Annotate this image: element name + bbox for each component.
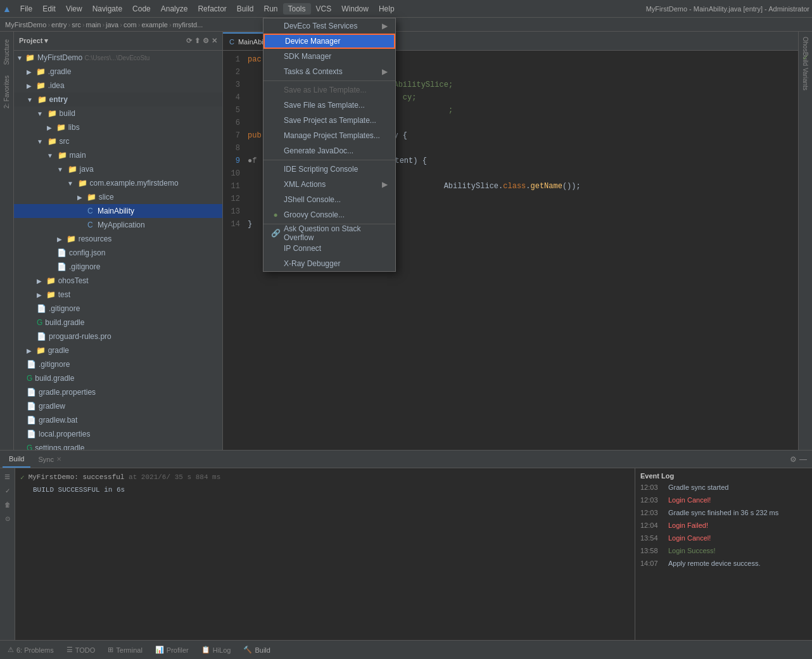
tree-local-props[interactable]: 📄local.properties bbox=[14, 427, 222, 441]
javadoc-label: Generate JavaDoc... bbox=[284, 146, 353, 155]
settings-icon[interactable]: ⚙ bbox=[203, 37, 209, 45]
hilog-tab[interactable]: 📋 HiLog bbox=[196, 644, 236, 655]
build-btn-2[interactable]: ✓ bbox=[2, 485, 13, 496]
tree-libs[interactable]: ▶ 📁 libs bbox=[14, 120, 222, 134]
menu-stack-overflow[interactable]: 🔗 Ask Question on Stack Overflow bbox=[263, 226, 395, 241]
event-log-title: Event Log bbox=[638, 471, 809, 482]
build-output: ✓ MyFirstDemo: successful at 2021/6/ 35 … bbox=[15, 468, 635, 640]
tasks-label: Tasks & Contexts bbox=[284, 67, 343, 76]
breadcrumb-part3[interactable]: src bbox=[72, 21, 81, 29]
favorites-tab[interactable]: 2: Favorites bbox=[2, 70, 11, 113]
profiler-tab[interactable]: 📊 Profiler bbox=[150, 644, 194, 655]
menu-vcs[interactable]: VCS bbox=[311, 3, 337, 15]
breadcrumb-part7[interactable]: example bbox=[141, 21, 168, 29]
build-label: Build bbox=[255, 646, 270, 654]
menu-generate-javadoc[interactable]: Generate JavaDoc... bbox=[263, 143, 395, 158]
tree-main[interactable]: ▼ 📁 main bbox=[14, 148, 222, 162]
tree-java[interactable]: ▼ 📁 java bbox=[14, 162, 222, 176]
breadcrumb-part2[interactable]: entry bbox=[51, 21, 67, 29]
menu-tools[interactable]: Tools bbox=[283, 3, 311, 15]
tree-config[interactable]: 📄config.json bbox=[14, 246, 222, 260]
menu-code[interactable]: Code bbox=[127, 3, 156, 15]
sync-icon[interactable]: ⟳ bbox=[186, 37, 192, 45]
tree-ohostest[interactable]: ▶ 📁 ohosTest bbox=[14, 274, 222, 288]
event-log: Event Log 12:03 Gradle sync started 12:0… bbox=[635, 468, 812, 640]
menu-groovy-console[interactable]: ● Groovy Console... bbox=[263, 207, 395, 222]
tree-gitignore-root[interactable]: 📄.gitignore bbox=[14, 357, 222, 371]
ohos-build-variants-tab[interactable]: OhosBuild Variants bbox=[801, 32, 810, 96]
project-label: Project ▾ bbox=[19, 37, 48, 45]
tree-gitignore-entry[interactable]: 📄.gitignore bbox=[14, 260, 222, 274]
tree-gradle-props[interactable]: 📄gradle.properties bbox=[14, 385, 222, 399]
breadcrumb-part8[interactable]: myfirstd... bbox=[173, 21, 203, 29]
minimize-build-icon[interactable]: — bbox=[799, 455, 807, 464]
tree-gradlew[interactable]: 📄gradlew bbox=[14, 399, 222, 413]
problems-tab[interactable]: ⚠ 6: Problems bbox=[3, 644, 59, 655]
structure-tab[interactable]: Structure bbox=[2, 34, 11, 70]
tree-idea[interactable]: ▶ 📁 .idea bbox=[14, 79, 222, 93]
menu-help[interactable]: Help bbox=[374, 3, 400, 15]
menu-view[interactable]: View bbox=[61, 3, 87, 15]
project-sidebar: Project ▾ ⟳ ⬆ ⚙ ✕ ▼ 📁 MyFirstDemo C:\Use… bbox=[14, 32, 223, 450]
tree-build-gradle[interactable]: Gbuild.gradle bbox=[14, 316, 222, 330]
build-btn-4[interactable]: ⊙ bbox=[2, 513, 13, 524]
build-tab[interactable]: Build bbox=[3, 451, 30, 468]
build-statusbar-tab[interactable]: 🔨 Build bbox=[238, 644, 275, 655]
bottom-panel: Build Sync ✕ ⚙ — ☰ ✓ 🗑 ⊙ ✓ MyFirstDemo: … bbox=[0, 450, 812, 640]
menu-build[interactable]: Build bbox=[232, 3, 259, 15]
tree-gitignore2[interactable]: 📄.gitignore bbox=[14, 302, 222, 316]
tree-project[interactable]: ▼ 📁 MyFirstDemo C:\Users\...\DevEcoStu bbox=[14, 51, 222, 65]
bottom-content: ☰ ✓ 🗑 ⊙ ✓ MyFirstDemo: successful at 202… bbox=[0, 468, 812, 640]
tree-build[interactable]: ▼ 📁 build bbox=[14, 106, 222, 120]
tree-gradle-root[interactable]: ▶ 📁 gradle bbox=[14, 343, 222, 357]
menu-analyze[interactable]: Analyze bbox=[156, 3, 193, 15]
tree-gradlew-bat[interactable]: 📄gradlew.bat bbox=[14, 413, 222, 427]
terminal-icon: ⊞ bbox=[108, 646, 113, 654]
sync-tab[interactable]: Sync ✕ bbox=[32, 451, 67, 468]
menu-jshell[interactable]: JShell Console... bbox=[263, 192, 395, 207]
tree-proguard[interactable]: 📄proguard-rules.pro bbox=[14, 330, 222, 343]
breadcrumb-part5[interactable]: java bbox=[106, 21, 118, 29]
close-sidebar-icon[interactable]: ✕ bbox=[212, 37, 217, 45]
todo-tab[interactable]: ☰ TODO bbox=[61, 644, 101, 655]
tree-test[interactable]: ▶ 📁 test bbox=[14, 288, 222, 302]
breadcrumb-part6[interactable]: com bbox=[124, 21, 137, 29]
menu-ide-scripting[interactable]: IDE Scripting Console bbox=[263, 162, 395, 177]
tree-entry[interactable]: ▼ 📁 entry bbox=[14, 93, 222, 106]
menu-edit[interactable]: Edit bbox=[37, 3, 61, 15]
menu-manage-templates[interactable]: Manage Project Templates... bbox=[263, 128, 395, 143]
tree-settings-gradle[interactable]: Gsettings.gradle bbox=[14, 441, 222, 450]
menu-file[interactable]: File bbox=[15, 3, 37, 15]
menu-deveco-test[interactable]: DevEco Test Services ▶ bbox=[263, 18, 395, 34]
collapse-icon[interactable]: ⬆ bbox=[194, 37, 200, 45]
tree-mainability[interactable]: C MainAbility bbox=[14, 204, 222, 218]
tree-slice[interactable]: ▶ 📁 slice bbox=[14, 190, 222, 204]
tree-build-gradle-root[interactable]: Gbuild.gradle bbox=[14, 371, 222, 385]
breadcrumb-part4[interactable]: main bbox=[86, 21, 101, 29]
terminal-tab[interactable]: ⊞ Terminal bbox=[103, 644, 148, 655]
menu-window[interactable]: Window bbox=[336, 3, 374, 15]
menu-run[interactable]: Run bbox=[259, 3, 283, 15]
tree-resources[interactable]: ▶ 📁 resources bbox=[14, 232, 222, 246]
tree-com[interactable]: ▼ 📁 com.example.myfirstdemo bbox=[14, 176, 222, 190]
build-toolbar: ☰ ✓ 🗑 ⊙ bbox=[0, 468, 15, 640]
event-item-4: 12:04 Login Failed! bbox=[638, 520, 809, 533]
tree-src[interactable]: ▼ 📁 src bbox=[14, 134, 222, 148]
menu-xml-actions[interactable]: XML Actions ▶ bbox=[263, 177, 395, 192]
tree-myapplication[interactable]: C MyApplication bbox=[14, 218, 222, 232]
menu-xray-debugger[interactable]: X-Ray Debugger bbox=[263, 256, 395, 271]
menu-refactor[interactable]: Refactor bbox=[193, 3, 231, 15]
breadcrumb-part1[interactable]: MyFirstDemo bbox=[5, 21, 46, 29]
menu-save-project-template[interactable]: Save Project as Template... bbox=[263, 113, 395, 128]
menu-tasks-contexts[interactable]: Tasks & Contexts ▶ bbox=[263, 64, 395, 79]
tree-gradle[interactable]: ▶ 📁 .gradle bbox=[14, 65, 222, 79]
menu-ip-connect[interactable]: IP Connect bbox=[263, 241, 395, 256]
build-btn-3[interactable]: 🗑 bbox=[2, 499, 13, 510]
build-btn-1[interactable]: ☰ bbox=[2, 471, 13, 482]
separator-2 bbox=[263, 160, 395, 160]
menu-navigate[interactable]: Navigate bbox=[87, 3, 127, 15]
menu-device-manager[interactable]: Device Manager bbox=[263, 34, 395, 49]
settings-build-icon[interactable]: ⚙ bbox=[790, 455, 797, 464]
menu-sdk-manager[interactable]: SDK Manager bbox=[263, 49, 395, 64]
menu-save-file-template[interactable]: Save File as Template... bbox=[263, 98, 395, 113]
